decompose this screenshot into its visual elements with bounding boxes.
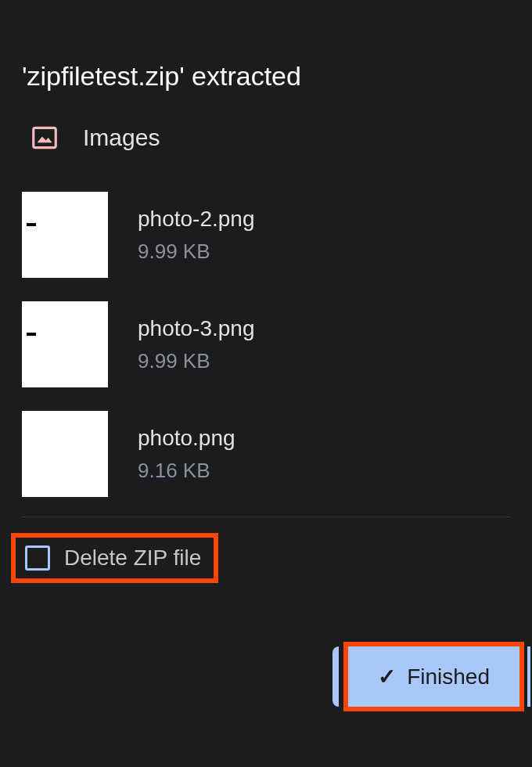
file-info: photo.png 9.16 KB [138, 426, 235, 483]
button-edge [332, 646, 339, 707]
checkbox[interactable] [25, 546, 50, 571]
file-size: 9.16 KB [138, 459, 235, 483]
divider [22, 517, 510, 517]
extraction-dialog: 'zipfiletest.zip' extracted Images photo… [0, 0, 532, 583]
dialog-title: 'zipfiletest.zip' extracted [0, 0, 532, 113]
section-label: Images [83, 124, 160, 151]
list-item[interactable]: photo-2.png 9.99 KB [22, 184, 510, 286]
finished-button[interactable]: ✓ Finished [348, 646, 519, 707]
button-edge [527, 646, 530, 707]
list-item[interactable]: photo-3.png 9.99 KB [22, 293, 510, 395]
file-thumbnail [22, 301, 108, 387]
file-list: photo-2.png 9.99 KB photo-3.png 9.99 KB … [0, 184, 532, 505]
file-name: photo-2.png [138, 207, 254, 232]
file-info: photo-3.png 9.99 KB [138, 316, 254, 373]
highlight-box: ✓ Finished [343, 642, 524, 711]
file-name: photo.png [138, 426, 235, 451]
file-name: photo-3.png [138, 316, 254, 341]
delete-zip-option[interactable]: Delete ZIP file [11, 533, 218, 583]
list-item[interactable]: photo.png 9.16 KB [22, 403, 510, 505]
file-thumbnail [22, 411, 108, 497]
check-icon: ✓ [378, 664, 396, 690]
button-area: ✓ Finished [343, 642, 524, 711]
file-info: photo-2.png 9.99 KB [138, 207, 254, 264]
finished-label: Finished [407, 664, 490, 690]
checkbox-label: Delete ZIP file [64, 546, 201, 571]
image-icon [30, 123, 59, 153]
svg-rect-0 [34, 128, 56, 147]
file-thumbnail [22, 192, 108, 278]
file-size: 9.99 KB [138, 349, 254, 373]
section-header: Images [0, 113, 532, 184]
file-size: 9.99 KB [138, 239, 254, 264]
